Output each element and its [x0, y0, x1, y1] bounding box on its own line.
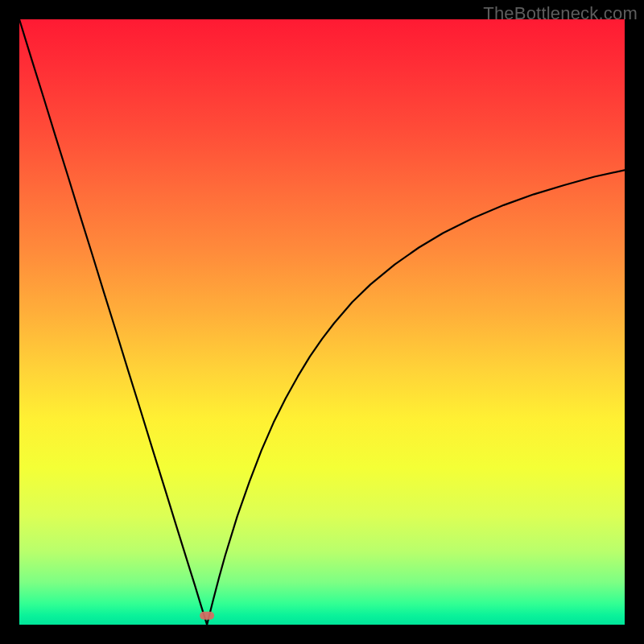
plot-area	[19, 19, 625, 625]
optimum-marker	[200, 612, 214, 620]
svg-rect-0	[200, 612, 214, 620]
chart-frame: TheBottleneck.com	[0, 0, 644, 644]
gradient-background	[19, 19, 625, 625]
watermark-text: TheBottleneck.com	[483, 3, 638, 24]
chart-svg	[19, 19, 625, 625]
